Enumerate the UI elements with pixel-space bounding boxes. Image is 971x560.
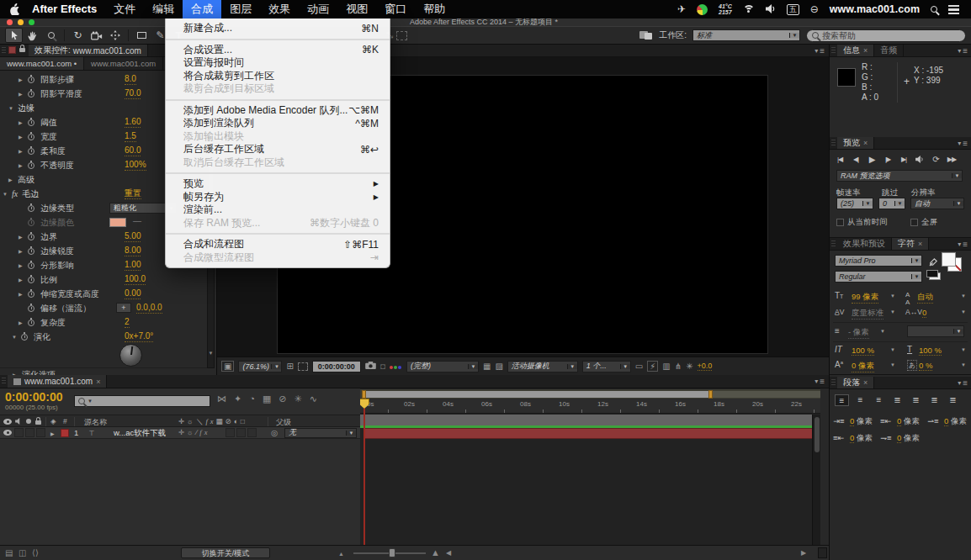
work-area-start-handle[interactable] xyxy=(362,390,366,399)
next-frame-button[interactable]: |▶ xyxy=(881,154,894,165)
switch-cell[interactable] xyxy=(247,428,257,437)
expand-arrow-icon[interactable]: ▶ xyxy=(19,134,28,140)
stopwatch-icon[interactable] xyxy=(28,162,34,169)
menu-item-trim-comp-to-work-area[interactable]: 将合成裁剪到工作区 xyxy=(166,70,390,83)
safe-margins-icon[interactable]: ⊞ xyxy=(286,362,293,371)
panel-grip[interactable] xyxy=(831,379,836,386)
space-before-value[interactable]: 0 xyxy=(850,433,854,443)
expand-arrow-icon[interactable]: ▶ xyxy=(19,320,28,325)
stopwatch-icon[interactable] xyxy=(28,119,34,126)
menu-item-add-to-render-queue[interactable]: 添加到渲染队列^⌘M xyxy=(166,117,390,130)
expand-arrow-icon[interactable]: ▶ xyxy=(19,234,28,240)
timeline-vertical-scrollbar[interactable] xyxy=(812,415,820,545)
hide-shy-layers-icon[interactable]: ◔ xyxy=(249,394,255,404)
timeline-button-icon[interactable]: ▥ xyxy=(662,362,670,371)
property-value[interactable]: 100% xyxy=(125,160,146,171)
rotation-tool[interactable]: ↻ xyxy=(69,28,87,43)
region-of-interest-icon[interactable] xyxy=(396,31,407,40)
expand-arrow-icon[interactable]: ▶ xyxy=(19,162,28,168)
panel-menu-icon[interactable]: ▾≡ xyxy=(958,45,971,56)
zoom-tool[interactable] xyxy=(42,28,60,43)
menu-window[interactable]: 窗口 xyxy=(376,0,415,18)
menu-item-pre-render[interactable]: 渲染前... xyxy=(166,203,390,217)
magnification-dropdown[interactable]: (76.1%)▼ xyxy=(238,361,282,372)
tab-paragraph[interactable]: 段落× xyxy=(837,377,874,388)
property-value[interactable]: 100.0 xyxy=(125,274,146,285)
scroll-left-icon[interactable]: ◀ xyxy=(446,549,451,557)
property-value[interactable]: 0.0,0.0 xyxy=(136,303,162,314)
framerate-dropdown[interactable]: (25)▼ xyxy=(836,198,873,209)
resolution-dropdown[interactable]: (完整)▼ xyxy=(406,361,479,372)
brainstorm-icon[interactable]: ✳ xyxy=(294,394,302,404)
edge-color-swatch[interactable] xyxy=(109,218,126,227)
pan-behind-tool[interactable] xyxy=(106,28,124,43)
close-icon[interactable]: × xyxy=(863,139,868,147)
active-camera-dropdown[interactable]: 活动摄像机▼ xyxy=(507,361,578,372)
toggle-switches-modes-button[interactable]: 切换开关/模式 xyxy=(181,547,270,558)
time-ruler[interactable]: 0s 02s 04s 06s 08s 10s 12s 14s 16s 18s 2… xyxy=(360,399,820,414)
camera-tool[interactable] xyxy=(88,28,105,43)
zoom-slider-thumb[interactable] xyxy=(389,548,395,557)
expand-arrow-icon[interactable]: ▶ xyxy=(8,177,18,182)
menu-item-composition-settings[interactable]: 合成设置...⌘K xyxy=(166,44,390,57)
scroll-down-icon[interactable]: ▼ xyxy=(208,351,214,356)
property-value[interactable]: 70.0 xyxy=(125,88,141,99)
selection-tool[interactable] xyxy=(5,28,23,43)
expand-in-out-icon[interactable]: ⟨⟩ xyxy=(32,548,39,557)
fast-previews-icon[interactable]: ⚡ xyxy=(647,361,658,372)
tab-effects-presets[interactable]: 效果和预设 xyxy=(837,238,892,250)
tab-preview[interactable]: 预览× xyxy=(837,137,874,149)
stopwatch-icon[interactable] xyxy=(28,205,34,212)
comp-timecode[interactable]: 0:00:00:00 xyxy=(312,361,361,372)
tab-timeline-comp[interactable]: www.mac001.com × xyxy=(8,375,107,388)
panel-grip[interactable] xyxy=(831,47,836,54)
expand-arrow-icon[interactable]: ▶ xyxy=(19,77,28,82)
menu-view[interactable]: 视图 xyxy=(337,0,376,18)
tab-character[interactable]: 字符× xyxy=(892,238,929,250)
property-value[interactable]: 60.0 xyxy=(125,145,141,156)
chevron-down-icon[interactable]: ▼ xyxy=(88,399,93,404)
workspace-dropdown[interactable]: 标准▼ xyxy=(692,29,800,41)
notification-center-icon[interactable] xyxy=(948,5,959,14)
loop-button[interactable]: ⟳ xyxy=(929,154,942,165)
indent-firstline-value[interactable]: 0 xyxy=(944,416,948,426)
lock-icon[interactable] xyxy=(19,48,25,52)
scroll-right-icon[interactable]: ▶ xyxy=(801,549,806,557)
shape-tool[interactable] xyxy=(133,28,151,43)
layer-visibility-icon[interactable] xyxy=(3,430,12,436)
layer-row[interactable]: ▶ 1 T w...ac软件下载 ✛☼∕fx ◎ 无▼ xyxy=(0,427,360,439)
ram-preview-button[interactable]: ▶▶ xyxy=(945,154,958,165)
input-method-badge[interactable]: 五 xyxy=(787,4,799,15)
font-size-value[interactable]: 99 像素 xyxy=(852,292,878,304)
stats-pie-icon[interactable] xyxy=(697,4,708,15)
chevron-down-icon[interactable]: ▼ xyxy=(961,362,966,367)
indent-left-value[interactable]: 0 xyxy=(850,416,854,426)
show-channel-icon[interactable] xyxy=(390,362,402,371)
close-icon[interactable]: × xyxy=(96,378,100,386)
menu-effect[interactable]: 效果 xyxy=(260,0,299,18)
zoom-out-mountain-icon[interactable]: ▲ xyxy=(338,551,344,557)
property-value[interactable]: 2 xyxy=(125,317,130,328)
kerning-value[interactable]: 度量标准 xyxy=(852,308,883,320)
menu-edit[interactable]: 编辑 xyxy=(144,0,183,18)
previous-frame-button[interactable]: ◀| xyxy=(849,154,862,165)
layer-label-color[interactable] xyxy=(61,429,69,437)
menu-item-save-frame-as[interactable]: 帧另存为▶ xyxy=(166,191,390,204)
expand-arrow-icon[interactable]: ▶ xyxy=(19,262,28,268)
panel-menu-icon[interactable]: ▾≡ xyxy=(958,238,971,250)
close-icon[interactable]: × xyxy=(863,46,868,55)
volume-icon[interactable] xyxy=(766,3,776,16)
eyedropper-icon[interactable] xyxy=(929,255,938,270)
menu-item-new-composition[interactable]: 新建合成...⌘N xyxy=(166,22,390,35)
chevron-down-icon[interactable]: ▼ xyxy=(890,293,895,298)
justify-last-left-button[interactable]: ≣ xyxy=(890,394,905,406)
reset-link[interactable]: 重置 xyxy=(125,188,141,199)
corner-grip[interactable] xyxy=(818,547,827,558)
stopwatch-icon[interactable] xyxy=(28,320,34,326)
parent-dropdown[interactable]: 无▼ xyxy=(284,428,357,438)
play-button[interactable]: ▶ xyxy=(865,154,878,165)
tsume-value[interactable]: 0 % xyxy=(919,361,932,371)
property-value[interactable]: 1.00 xyxy=(125,260,141,271)
expand-layer-switches-icon[interactable]: ▤ xyxy=(5,548,13,557)
tab-info[interactable]: 信息× xyxy=(837,45,874,56)
